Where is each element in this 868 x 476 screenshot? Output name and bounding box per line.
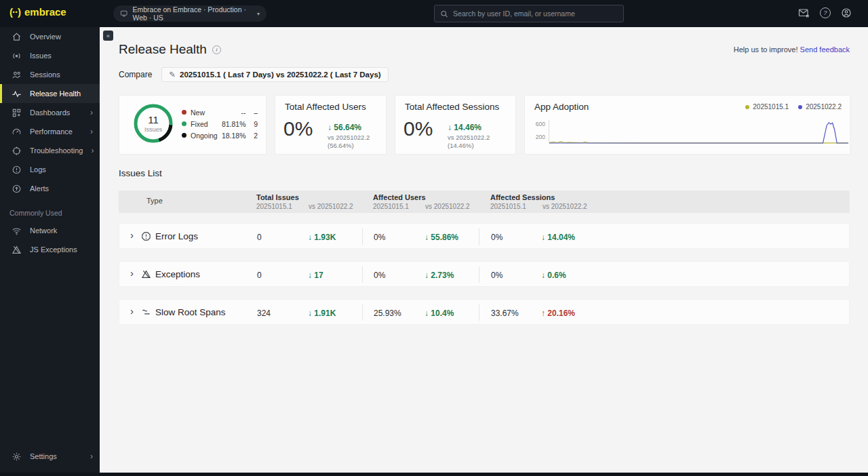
affected-users-delta: ↓ 56.64% xyxy=(328,123,386,133)
app-selector[interactable]: Embrace on Embrace · Production · Web · … xyxy=(113,5,267,22)
spans-icon xyxy=(141,307,151,317)
sidebar-item-label: Settings xyxy=(30,452,57,460)
affected-users-value: 0% xyxy=(283,117,313,140)
issues-list-title: Issues List xyxy=(119,168,162,178)
sidebar-item-label: Issues xyxy=(30,52,52,60)
table-row-error-logs[interactable]: › Error Logs 0 ↓ 1.93K 0% ↓ 55.86% 0% ↓ … xyxy=(119,223,850,249)
affected-sessions-value: 0% xyxy=(403,117,433,140)
sidebar: Overview Issues Sessions Release Health … xyxy=(0,27,100,476)
ongoing-dot-icon xyxy=(182,133,186,138)
app-adoption-card: App Adoption 20251015.1 20251022.2 600 2… xyxy=(524,95,850,155)
users-icon xyxy=(12,70,22,80)
sidebar-item-settings[interactable]: Settings › xyxy=(0,447,100,466)
pulse-icon xyxy=(12,89,22,99)
account-icon[interactable] xyxy=(841,7,852,18)
sidebar-item-label: Alerts xyxy=(30,184,49,193)
column-affected-sessions: Affected Sessions 20251015.1vs 20251022.… xyxy=(490,193,587,210)
wifi-icon xyxy=(12,226,22,236)
column-type: Type xyxy=(146,197,163,205)
sidebar-item-issues[interactable]: Issues xyxy=(0,46,100,65)
affected-users-vs: vs 20251022.2 (56.64%) xyxy=(328,134,386,150)
sidebar-item-alerts[interactable]: Alerts xyxy=(0,179,100,198)
issues-donut-chart: 11 Issues xyxy=(132,102,175,145)
sidebar-item-label: Overview xyxy=(30,33,61,41)
fixed-dot-icon xyxy=(182,121,186,126)
sidebar-item-logs[interactable]: Logs xyxy=(0,160,100,179)
chevron-right-icon: › xyxy=(90,108,93,117)
new-dot-icon xyxy=(182,110,186,115)
global-search xyxy=(434,5,624,22)
topbar: (··) embrace Embrace on Embrace · Produc… xyxy=(0,0,868,27)
sidebar-item-label: Network xyxy=(30,226,57,235)
issues-count-label: Issues xyxy=(144,126,162,133)
app-selector-label: Embrace on Embrace · Production · Web · … xyxy=(132,5,252,22)
issues-table-header: Type Total Issues 20251015.1vs 20251022.… xyxy=(119,191,850,213)
alert-circle-icon xyxy=(12,165,22,175)
issues-summary-card: 11 Issues New -- – Fixed 81.81% 9 Ongoin… xyxy=(119,95,267,155)
affected-sessions-vs: vs 20251022.2 (14.46%) xyxy=(448,134,515,150)
total-affected-users-card: Total Affected Users 0% ↓ 56.64% vs 2025… xyxy=(275,95,387,155)
expand-chevron-icon[interactable]: › xyxy=(130,229,134,241)
caret-down-icon: ▾ xyxy=(257,11,260,17)
table-row-slow-root-spans[interactable]: › Slow Root Spans 324 ↓ 1.91K 25.93% ↓ 1… xyxy=(119,299,850,325)
chevron-right-icon: › xyxy=(90,127,93,136)
sidebar-item-label: Sessions xyxy=(30,71,60,79)
card-title: Total Affected Users xyxy=(285,102,366,112)
monitor-icon xyxy=(120,9,127,18)
card-title: Total Affected Sessions xyxy=(405,102,499,112)
compare-label: Compare xyxy=(119,70,152,79)
window-bottom-edge xyxy=(0,473,868,476)
help-icon[interactable]: ? xyxy=(820,7,831,18)
sidebar-collapse-button[interactable]: « xyxy=(103,31,113,41)
pencil-icon: ✎ xyxy=(169,70,176,79)
table-row-exceptions[interactable]: › Exceptions 0 ↓ 17 0% ↓ 2.73% 0% ↓ 0.6% xyxy=(119,261,850,287)
warning-triangle-icon xyxy=(141,269,151,279)
gauge-icon xyxy=(12,127,22,137)
expand-chevron-icon[interactable]: › xyxy=(130,267,134,279)
page-title: Release Health xyxy=(119,42,207,57)
radar-icon xyxy=(12,51,22,61)
sidebar-item-network[interactable]: Network xyxy=(0,221,100,240)
sidebar-item-overview[interactable]: Overview xyxy=(0,27,100,46)
error-octagon-icon xyxy=(141,231,151,241)
sidebar-item-release-health[interactable]: Release Health xyxy=(0,84,100,103)
issues-count: 11 xyxy=(148,115,159,125)
info-icon[interactable]: i xyxy=(212,45,221,54)
topbar-actions: ? xyxy=(798,7,852,18)
app-adoption-chart xyxy=(525,96,851,155)
search-input[interactable] xyxy=(453,9,618,18)
embrace-logo-text: embrace xyxy=(24,6,66,18)
compare-value: 20251015.1 ( Last 7 Days) vs 20251022.2 … xyxy=(180,71,381,79)
issues-legend: New -- – Fixed 81.81% 9 Ongoing 18.18% 2 xyxy=(182,106,258,141)
embrace-logo: (··) embrace xyxy=(9,6,66,18)
crosshair-icon xyxy=(12,146,22,156)
send-feedback-link[interactable]: Send feedback xyxy=(800,45,850,54)
legend-row-new: New -- – xyxy=(182,106,258,118)
sidebar-item-label: Logs xyxy=(30,165,46,174)
sidebar-item-dashboards[interactable]: Dashboards › xyxy=(0,103,100,122)
chevron-right-icon: › xyxy=(91,146,94,155)
total-affected-sessions-card: Total Affected Sessions 0% ↓ 14.46% vs 2… xyxy=(395,95,516,155)
expand-chevron-icon[interactable]: › xyxy=(130,305,134,317)
dashboards-grid-icon xyxy=(12,108,22,118)
sidebar-section-label: Commonly Used xyxy=(0,209,100,221)
sidebar-item-js-exceptions[interactable]: JS Exceptions xyxy=(0,240,100,259)
legend-row-fixed: Fixed 81.81% 9 xyxy=(182,118,258,130)
warning-triangle-icon xyxy=(12,245,22,255)
affected-sessions-delta: ↓ 14.46% xyxy=(448,123,515,133)
home-icon xyxy=(12,32,22,42)
sidebar-item-label: Dashboards xyxy=(30,108,70,117)
sidebar-item-performance[interactable]: Performance › xyxy=(0,122,100,141)
sidebar-item-label: Troubleshooting xyxy=(30,146,83,155)
column-affected-users: Affected Users 20251015.1vs 20251022.2 xyxy=(373,193,470,210)
compare-version-selector[interactable]: ✎ 20251015.1 ( Last 7 Days) vs 20251022.… xyxy=(161,67,388,82)
chevron-right-icon: › xyxy=(90,452,93,461)
mail-feedback-icon[interactable] xyxy=(798,8,810,18)
sidebar-item-sessions[interactable]: Sessions xyxy=(0,65,100,84)
gear-icon xyxy=(12,452,22,462)
alert-target-icon xyxy=(12,184,22,194)
column-total-issues: Total Issues 20251015.1vs 20251022.2 xyxy=(256,193,353,210)
sidebar-item-troubleshooting[interactable]: Troubleshooting › xyxy=(0,141,100,160)
sidebar-item-label: Performance xyxy=(30,127,73,136)
feedback-text: Help us to improve! Send feedback xyxy=(734,45,850,54)
